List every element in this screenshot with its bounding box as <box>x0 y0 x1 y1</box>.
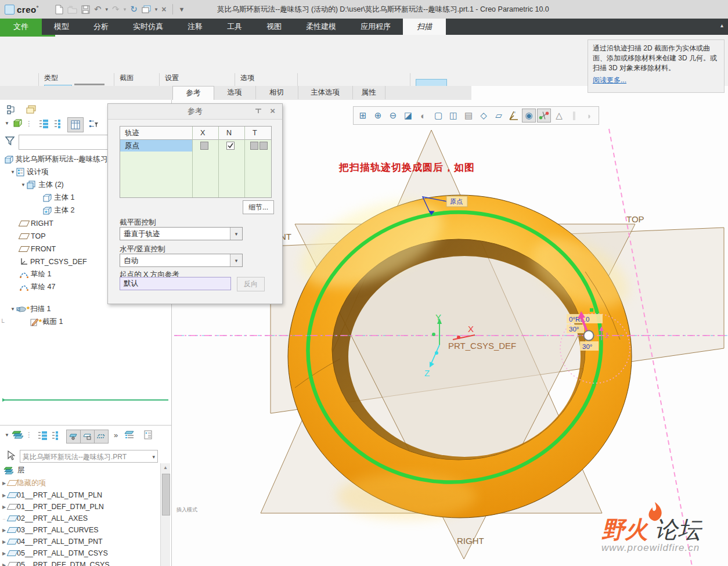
section-plane-control-select[interactable]: 垂直于轨迹 ▾ <box>120 227 243 240</box>
view-manager-icon[interactable]: ▤ <box>462 109 475 122</box>
zoom-in-icon[interactable]: ⊕ <box>371 109 385 122</box>
expand-icon[interactable]: ▶ <box>0 563 8 566</box>
saved-orientations-icon[interactable]: ◫ <box>446 109 460 122</box>
select-arrow-icon[interactable] <box>6 450 15 461</box>
layer-root-row[interactable]: 层 <box>0 464 160 476</box>
dim-angle-1[interactable]: 30° <box>569 326 579 333</box>
search-funnel-icon[interactable] <box>5 136 15 146</box>
spin-center-icon[interactable] <box>537 109 551 122</box>
tree-filter-icon[interactable] <box>88 119 99 128</box>
tree-columns-toggle[interactable] <box>67 117 84 132</box>
trajectory-row-origin[interactable]: 原点 <box>120 140 271 152</box>
tab-analysis[interactable]: 分析 <box>81 19 121 35</box>
layer-row-hidden-items[interactable]: ▶ 隐藏的项 <box>0 477 160 489</box>
layer-info-icon[interactable] <box>144 430 153 439</box>
close-panel-icon[interactable]: × <box>270 107 275 114</box>
layer-collapse-all-icon[interactable] <box>51 431 62 440</box>
layers-icon[interactable] <box>12 430 23 439</box>
windows-dropdown-icon[interactable]: ▾ <box>155 6 158 12</box>
layer-expand-all-icon[interactable] <box>37 431 48 440</box>
layer-menu-arrow-icon[interactable]: ▼ <box>5 432 9 438</box>
tab-sweep-active[interactable]: 扫描 <box>403 19 446 35</box>
layer-row[interactable]: ▶ 03__PRT_ALL_CURVES <box>0 524 160 536</box>
tree-search-input[interactable] <box>19 135 116 150</box>
x-direction-reference-input[interactable] <box>120 277 231 290</box>
folder-browser-tab-icon[interactable] <box>26 104 37 115</box>
tab-annotate[interactable]: 注释 <box>175 19 215 35</box>
collapse-arrow-icon[interactable]: ▼ <box>21 182 27 188</box>
reorient-view-icon[interactable]: ▢ <box>431 109 445 122</box>
layer-blank-toggle[interactable] <box>80 430 95 444</box>
read-more-link[interactable]: 阅读更多... <box>593 75 626 85</box>
trajectory-table[interactable]: 轨迹 X N T 原点 <box>120 126 272 198</box>
tab-file[interactable]: 文件 <box>0 19 42 35</box>
collapse-arrow-icon[interactable]: ▼ <box>10 307 16 312</box>
layer-show-toggle[interactable] <box>66 430 81 444</box>
tab-tools[interactable]: 工具 <box>215 19 254 35</box>
panel-divider[interactable] <box>0 425 172 426</box>
layer-row[interactable]: ▶ 05__PRT_DEF_DTM_CSYS <box>0 559 160 566</box>
insert-here-indicator[interactable] <box>3 399 168 401</box>
redo-dropdown-icon[interactable]: ▾ <box>124 6 127 12</box>
save-icon[interactable] <box>81 5 90 14</box>
close-window-icon[interactable]: × <box>161 3 166 16</box>
details-button[interactable]: 细节... <box>243 200 274 214</box>
annotation-display-icon[interactable]: ◉ <box>522 109 536 122</box>
scrollbar-thumb[interactable] <box>162 474 170 515</box>
top-plane-label[interactable]: TOP <box>626 214 644 224</box>
trajectory-start-handle[interactable] <box>584 331 594 341</box>
expand-all-icon[interactable] <box>38 119 49 128</box>
horizontal-vertical-control-select[interactable]: 自动 ▾ <box>120 254 243 267</box>
zoom-out-icon[interactable]: ⊖ <box>386 109 400 122</box>
layer-row[interactable]: ▶ 04__PRT_ALL_DTM_PNT <box>0 536 160 547</box>
layer-row[interactable]: ▶ 01__PRT_DEF_DTM_PLN <box>0 501 160 513</box>
layer-tree-list-icon[interactable] <box>124 430 136 439</box>
datum-display-icon[interactable]: x <box>507 109 521 122</box>
tab-flexible-modeling[interactable]: 柔性建模 <box>294 19 348 35</box>
right-plane-label[interactable]: RIGHT <box>457 536 484 546</box>
resume-icon[interactable]: ◗ <box>582 109 596 122</box>
collapse-all-icon[interactable] <box>53 119 64 128</box>
subtab-properties[interactable]: 属性 <box>352 86 385 99</box>
layer-menu-dots-icon[interactable]: ⋮ <box>26 431 33 439</box>
tab-model[interactable]: 模型 <box>42 19 81 35</box>
subtab-body-options[interactable]: 主体选项 <box>298 86 353 99</box>
windows-icon[interactable] <box>142 5 151 13</box>
subtab-options[interactable]: 选项 <box>214 86 256 99</box>
new-file-icon[interactable] <box>55 5 63 15</box>
tree-menu-dots-icon[interactable]: ⋮ <box>26 120 33 128</box>
regenerate-icon[interactable]: ↻ <box>130 3 138 16</box>
tree-root-cube-icon[interactable] <box>13 118 22 128</box>
shading-style-icon[interactable]: ◐ <box>416 109 430 122</box>
t-checkbox-2[interactable] <box>260 142 268 150</box>
repaint-icon[interactable]: ◪ <box>401 109 415 122</box>
origin-trajectory-label[interactable]: 原点 <box>120 140 192 152</box>
tab-view[interactable]: 视图 <box>254 19 294 35</box>
dropdown-arrow-icon[interactable]: ▾ <box>230 254 242 266</box>
subtab-references[interactable]: 参考 <box>172 86 214 100</box>
undo-icon[interactable]: ↶ <box>94 3 102 16</box>
tree-row-section-1[interactable]: └ * 截面 1 <box>0 316 172 328</box>
redo-icon[interactable]: ↷ <box>112 3 120 16</box>
section-view-icon[interactable]: ▱ <box>492 109 506 122</box>
pause-icon[interactable]: ∥ <box>567 109 581 122</box>
ribbon-collapse-icon[interactable]: ▴ <box>720 22 723 28</box>
unpin-panel-icon[interactable] <box>254 107 262 115</box>
tab-applications[interactable]: 应用程序 <box>348 19 403 35</box>
undo-dropdown-icon[interactable]: ▾ <box>106 6 109 12</box>
layer-row[interactable]: ▶ 05__PRT_ALL_DTM_CSYS <box>0 547 160 559</box>
collapse-arrow-icon[interactable]: ▼ <box>10 170 16 175</box>
layer-row[interactable]: ▶ 01__PRT_ALL_DTM_PLN <box>0 489 160 501</box>
tree-row-sweep-1[interactable]: ▼ * 扫描 1 <box>0 303 172 315</box>
references-panel-header[interactable]: 参考 × <box>108 104 282 120</box>
open-file-icon[interactable] <box>67 5 77 14</box>
scroll-up-icon[interactable]: ▲ <box>161 463 170 473</box>
x-checkbox[interactable] <box>200 142 208 150</box>
dropdown-arrow-icon[interactable]: ▾ <box>230 228 242 240</box>
layer-isolate-toggle[interactable] <box>94 430 109 444</box>
layer-scrollbar[interactable]: ▲ ▼ <box>160 463 170 566</box>
dim-angle-2[interactable]: 30° <box>582 343 592 350</box>
subtab-tangency[interactable]: 相切 <box>255 86 298 99</box>
n-checkbox-checked[interactable] <box>226 142 235 150</box>
t-checkbox-1[interactable] <box>250 142 258 150</box>
